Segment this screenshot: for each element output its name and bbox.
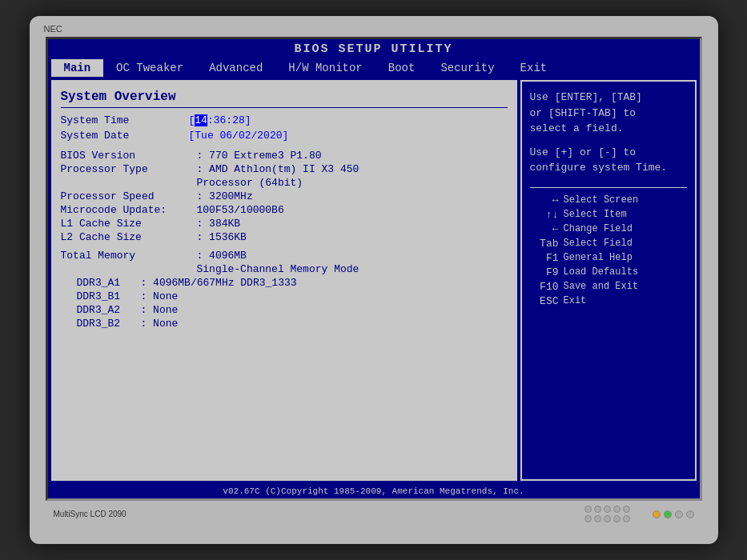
dot1 bbox=[584, 506, 592, 513]
l2-cache-value: : 1536KB bbox=[197, 231, 247, 243]
bios-title: BIOS SETUP UTILITY bbox=[48, 39, 700, 59]
ddr3-b2-row: DDR3_B2 : None bbox=[61, 318, 508, 330]
l1-cache-label: L1 Cache Size bbox=[61, 218, 197, 230]
ddr3-b1-label: DDR3_B1 bbox=[77, 290, 141, 302]
section-title: System Overview bbox=[61, 90, 508, 108]
l1-cache-value: : 384KB bbox=[197, 218, 241, 230]
ddr3-b2-value: : None bbox=[141, 318, 179, 330]
help-line5: Use [+] or [-] to bbox=[530, 145, 687, 161]
key-desc-select-item: Select Item bbox=[564, 209, 627, 220]
ddr3-a1-value: : 4096MB/667MHz DDR3_1333 bbox=[141, 277, 297, 289]
memory-mode-label bbox=[61, 263, 197, 275]
processor-speed-value: : 3200MHz bbox=[197, 190, 253, 202]
ddr3-b1-row: DDR3_B1 : None bbox=[61, 290, 508, 302]
dot8 bbox=[604, 515, 611, 522]
bios-version-row: BIOS Version : 770 Extreme3 P1.80 bbox=[61, 150, 508, 162]
monitor-controls-bar bbox=[584, 506, 630, 522]
system-time-value[interactable]: [14:36:28] bbox=[189, 114, 251, 126]
key-desc-esc: Exit bbox=[564, 295, 587, 306]
key-sym-esc: ESC bbox=[530, 295, 559, 307]
dot4 bbox=[613, 506, 620, 513]
menu-item-oc-tweaker[interactable]: OC Tweaker bbox=[103, 59, 196, 77]
total-memory-row: Total Memory : 4096MB bbox=[61, 250, 508, 262]
dot9 bbox=[613, 515, 620, 522]
dot5 bbox=[623, 506, 630, 513]
dot10 bbox=[623, 515, 630, 522]
dot3 bbox=[604, 506, 611, 513]
key-sym-arrows: ↔ bbox=[530, 194, 559, 206]
memory-section: Total Memory : 4096MB Single-Channel Mem… bbox=[61, 250, 508, 330]
key-sym-f9: F9 bbox=[530, 266, 559, 278]
processor-type-cont-value: Processor (64bit) bbox=[197, 177, 303, 189]
left-panel: System Overview System Time [14:36:28] S… bbox=[51, 80, 517, 481]
menu-item-exit[interactable]: Exit bbox=[508, 59, 560, 77]
menu-item-hw-monitor[interactable]: H/W Monitor bbox=[275, 59, 375, 77]
menu-item-main[interactable]: Main bbox=[51, 59, 104, 77]
system-date-label: System Date bbox=[61, 130, 189, 142]
key-sym-left-arrow: ← bbox=[530, 223, 559, 235]
key-sym-f1: F1 bbox=[530, 252, 559, 264]
microcode-value: 100F53/10000B6 bbox=[197, 204, 284, 216]
ddr3-a2-value: : None bbox=[141, 304, 179, 316]
key-desc-change-field: Change Field bbox=[564, 223, 633, 234]
key-row-select-screen: ↔ Select Screen bbox=[530, 194, 687, 206]
key-row-tab: Tab Select Field bbox=[530, 238, 687, 250]
help-divider bbox=[530, 187, 687, 188]
microcode-row: Microcode Update: 100F53/10000B6 bbox=[61, 204, 508, 216]
bios-screen: BIOS SETUP UTILITY Main OC Tweaker Advan… bbox=[46, 37, 702, 501]
monitor-model-label: MultiSync LCD 2090 bbox=[54, 510, 127, 518]
menu-item-boot[interactable]: Boot bbox=[376, 59, 428, 77]
key-row-change-field: ← Change Field bbox=[530, 223, 687, 235]
processor-type-value: : AMD Athlon(tm) II X3 450 bbox=[197, 163, 359, 175]
menu-item-advanced[interactable]: Advanced bbox=[196, 59, 275, 77]
menu-bar: Main OC Tweaker Advanced H/W Monitor Boo… bbox=[48, 59, 700, 77]
processor-speed-row: Processor Speed : 3200MHz bbox=[61, 190, 508, 202]
l2-cache-row: L2 Cache Size : 1536KB bbox=[61, 231, 508, 243]
key-legend: ↔ Select Screen ↑↓ Select Item ← Change … bbox=[530, 194, 687, 307]
system-time-row: System Time [14:36:28] bbox=[61, 114, 508, 126]
processor-type-cont-row: Processor (64bit) bbox=[61, 177, 508, 189]
ddr3-b2-label: DDR3_B2 bbox=[77, 318, 141, 330]
processor-type-cont-label bbox=[61, 177, 197, 189]
help-line6: configure system Time. bbox=[530, 160, 687, 176]
green-btn[interactable] bbox=[664, 510, 672, 518]
key-row-f9: F9 Load Defaults bbox=[530, 266, 687, 278]
microcode-label: Microcode Update: bbox=[61, 204, 197, 216]
memory-mode-row: Single-Channel Memory Mode bbox=[61, 263, 508, 275]
help-line3: select a field. bbox=[530, 121, 687, 137]
info-block: BIOS Version : 770 Extreme3 P1.80 Proces… bbox=[61, 150, 508, 243]
total-memory-value: : 4096MB bbox=[197, 250, 247, 262]
key-desc-f10: Save and Exit bbox=[564, 281, 639, 292]
ddr3-a2-label: DDR3_A2 bbox=[77, 304, 141, 316]
menu-item-security[interactable]: Security bbox=[428, 59, 507, 77]
ddr3-a1-row: DDR3_A1 : 4096MB/667MHz DDR3_1333 bbox=[61, 277, 508, 289]
key-row-f10: F10 Save and Exit bbox=[530, 281, 687, 293]
help-text: Use [ENTER], [TAB] or [SHIFT-TAB] to sel… bbox=[530, 90, 687, 176]
monitor: NEC BIOS SETUP UTILITY Main OC Tweaker A… bbox=[30, 16, 718, 544]
processor-type-label: Processor Type bbox=[61, 163, 197, 175]
key-desc-tab: Select Field bbox=[564, 238, 633, 249]
processor-type-row: Processor Type : AMD Athlon(tm) II X3 45… bbox=[61, 163, 508, 175]
system-date-row: System Date [Tue 06/02/2020] bbox=[61, 130, 508, 142]
bottom-bar: v02.67C (C)Copyright 1985-2009, American… bbox=[48, 484, 700, 498]
dot6 bbox=[584, 515, 592, 522]
key-row-f1: F1 General Help bbox=[530, 252, 687, 264]
system-time-label: System Time bbox=[61, 114, 189, 126]
gray-btn1[interactable] bbox=[675, 510, 683, 518]
system-date-value[interactable]: [Tue 06/02/2020] bbox=[189, 130, 289, 142]
memory-mode-value: Single-Channel Memory Mode bbox=[197, 263, 359, 275]
total-memory-label: Total Memory bbox=[61, 250, 197, 262]
help-line2: or [SHIFT-TAB] to bbox=[530, 106, 687, 122]
help-line1: Use [ENTER], [TAB] bbox=[530, 90, 687, 106]
key-desc-select-screen: Select Screen bbox=[564, 194, 639, 206]
key-row-select-item: ↑↓ Select Item bbox=[530, 209, 687, 221]
monitor-bottom: MultiSync LCD 2090 bbox=[46, 506, 702, 522]
key-sym-f10: F10 bbox=[530, 281, 559, 293]
content-area: System Overview System Time [14:36:28] S… bbox=[51, 80, 697, 481]
system-time-hour[interactable]: 14 bbox=[195, 114, 207, 126]
power-led bbox=[653, 510, 661, 518]
right-panel: Use [ENTER], [TAB] or [SHIFT-TAB] to sel… bbox=[520, 80, 697, 481]
gray-btn2[interactable] bbox=[686, 510, 694, 518]
dot2 bbox=[594, 506, 601, 513]
l1-cache-row: L1 Cache Size : 384KB bbox=[61, 218, 508, 230]
